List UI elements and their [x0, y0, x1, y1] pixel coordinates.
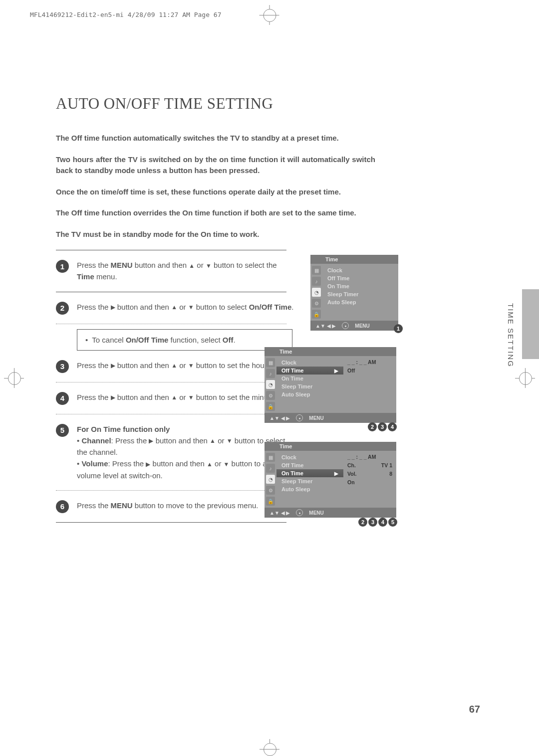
- txt: button to select: [194, 303, 249, 311]
- lbl: Ch.: [347, 462, 356, 468]
- intro-p2: Two hours after the TV is switched on by…: [56, 154, 375, 177]
- right-arrow-icon: ▶: [334, 471, 338, 476]
- txt: button to set the hour.: [194, 361, 269, 370]
- time-icon: ◔: [312, 288, 321, 297]
- nav-arrows-icon: ▲▼ ◀ ▶: [270, 415, 290, 421]
- txt: On Time: [281, 470, 303, 476]
- nav-menu-label: MENU: [309, 510, 323, 516]
- step-text-2: Press the ▶ button and then ▲ or ▼ butto…: [77, 301, 294, 313]
- step-5: 5 For On Time function only • Channel: P…: [56, 423, 294, 481]
- menu-item: On Time: [276, 375, 343, 382]
- txt: button to move to the previous menu.: [133, 501, 259, 510]
- osd-title: Time: [310, 255, 398, 264]
- off-kw: Off: [223, 336, 234, 344]
- menu-item: Off Time: [322, 274, 398, 282]
- txt: Off Time: [281, 368, 303, 374]
- txt: button and then: [115, 361, 172, 370]
- right-arrow-icon: ▶: [111, 303, 115, 312]
- lock-icon: 🔒: [266, 402, 275, 411]
- dotted-divider: [56, 382, 286, 382]
- txt: button to select the: [212, 261, 277, 269]
- volume-kw: Volume: [81, 459, 108, 468]
- osd-nav-bar: ▲▼ ◀ ▶ ● MENU: [265, 508, 396, 518]
- step-num-4: 4: [56, 392, 69, 405]
- txt: menu.: [94, 272, 117, 281]
- nav-menu-label: MENU: [355, 323, 369, 329]
- osd-nav-bar: ▲▼ ◀ ▶ ● MENU: [310, 321, 398, 331]
- step-num-3: 3: [56, 360, 69, 373]
- txt: .: [291, 303, 293, 311]
- enter-icon: ●: [296, 414, 303, 421]
- lock-icon: 🔒: [266, 497, 275, 506]
- up-arrow-icon: ▲: [171, 303, 177, 312]
- menu-item: Clock: [276, 453, 343, 461]
- step-text-1: Press the MENU button and then ▲ or ▼ bu…: [77, 259, 294, 283]
- right-arrow-icon: ▶: [111, 361, 115, 371]
- txt: or: [177, 393, 188, 401]
- page-title: AUTO ON/OFF TIME SETTING: [56, 95, 445, 113]
- down-arrow-icon: ▼: [188, 393, 194, 402]
- onoff-kw: On/Off Time: [249, 303, 292, 311]
- txt: To cancel: [92, 336, 126, 344]
- time-icon: ◔: [266, 475, 275, 484]
- step-num-2: 2: [56, 302, 69, 315]
- txt: button and then: [133, 261, 189, 269]
- dotted-divider: [56, 414, 286, 414]
- detail-status: On: [347, 479, 392, 485]
- dotted-divider: [56, 324, 286, 324]
- ref-3: 2 3 4 5: [358, 518, 397, 527]
- txt: or: [177, 361, 188, 370]
- step-3: 3 Press the ▶ button and then ▲ or ▼ but…: [56, 360, 294, 373]
- menu-item: Auto Sleep: [322, 298, 398, 306]
- crop-mark-top: [270, 7, 270, 25]
- divider: [56, 250, 286, 250]
- picture-icon: ▦: [266, 453, 275, 462]
- up-arrow-icon: ▲: [171, 361, 177, 371]
- osd-title: Time: [265, 347, 396, 356]
- detail-ch: Ch.TV 1: [347, 462, 392, 468]
- txt: button and then: [153, 436, 210, 445]
- menu-item: Sleep Timer: [276, 477, 343, 485]
- divider: [56, 522, 286, 523]
- osd-menu-column: Clock Off Time On Time Sleep Timer Auto …: [322, 264, 398, 321]
- step-text-3: Press the ▶ button and then ▲ or ▼ butto…: [77, 360, 294, 371]
- lock-icon: 🔒: [312, 310, 321, 319]
- osd-icon-column: ▦ ♪ ◔ ⚙ 🔒: [265, 451, 276, 508]
- step-num-6: 6: [56, 500, 69, 513]
- step-4: 4 Press the ▶ button and then ▲ or ▼ but…: [56, 391, 294, 405]
- txt: function, select: [168, 336, 222, 344]
- sound-icon: ♪: [266, 369, 275, 378]
- menu-item: Sleep Timer: [322, 290, 398, 298]
- menu-item: Clock: [276, 359, 343, 367]
- intro-p1: The Off time function automatically swit…: [56, 133, 375, 144]
- detail-time: _ _ : _ _ AM: [347, 359, 392, 365]
- detail-vol: Vol.8: [347, 471, 392, 477]
- val: 8: [389, 471, 392, 477]
- intro-p3: Once the on time/off time is set, these …: [56, 187, 375, 198]
- osd-panel-2: Time ▦ ♪ ◔ ⚙ 🔒 Clock Off Time▶ On Time S…: [265, 347, 396, 423]
- osd-icon-column: ▦ ♪ ◔ ⚙ 🔒: [265, 356, 276, 413]
- osd-title: Time: [265, 442, 396, 451]
- detail-status: Off: [347, 368, 392, 374]
- right-arrow-icon: ▶: [334, 368, 338, 374]
- down-arrow-icon: ▼: [206, 261, 212, 271]
- step-text-5: For On Time function only • Channel: Pre…: [77, 423, 294, 481]
- ref-2: 2 3 4: [368, 422, 397, 431]
- osd-panel-1: Time ▦ ♪ ◔ ⚙ 🔒 Clock Off Time On Time Sl…: [310, 255, 398, 331]
- nav-arrows-icon: ▲▼ ◀ ▶: [315, 323, 336, 329]
- ref-circle: 3: [368, 518, 377, 527]
- txt: Press the: [77, 261, 111, 269]
- osd-detail-column: _ _ : _ _ AM Ch.TV 1 Vol.8 On: [343, 451, 396, 508]
- txt: Press the: [77, 303, 111, 311]
- time-kw: Time: [77, 272, 94, 281]
- option-icon: ⚙: [266, 391, 275, 400]
- note-box: • To cancel On/Off Time function, select…: [77, 329, 292, 351]
- option-icon: ⚙: [312, 299, 321, 308]
- down-arrow-icon: ▼: [188, 361, 194, 371]
- ref-circle: 4: [378, 518, 387, 527]
- menu-item-selected: On Time▶: [276, 469, 343, 477]
- ref-circle: 5: [388, 518, 397, 527]
- picture-icon: ▦: [266, 358, 275, 367]
- up-arrow-icon: ▲: [210, 436, 216, 446]
- txt: : Press the: [108, 459, 146, 468]
